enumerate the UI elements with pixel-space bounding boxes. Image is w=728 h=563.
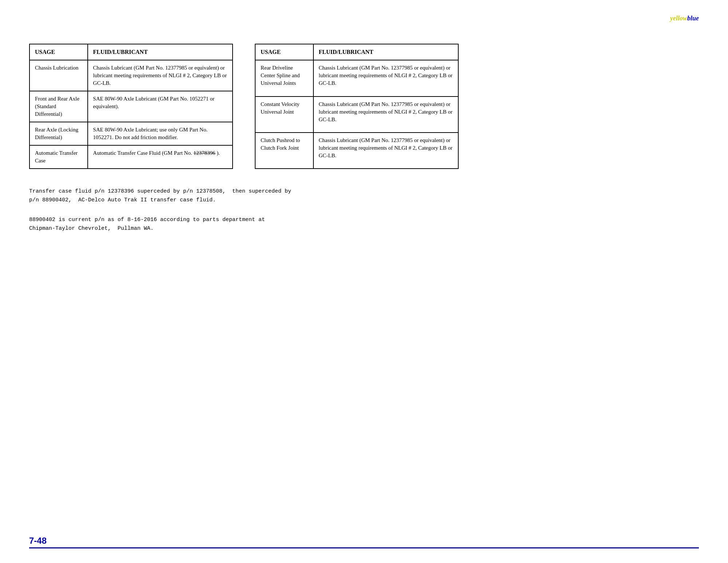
right-usage-0: Rear Driveline Center Spline and Univers… (255, 60, 313, 96)
table-row: Front and Rear Axle (Standard Differenti… (29, 91, 233, 122)
right-fluid-2: Chassis Lubricant (GM Part No. 12377985 … (313, 133, 459, 169)
left-table-header-usage: USAGE (29, 44, 88, 60)
right-table: USAGE FLUID/LUBRICANT Rear Driveline Cen… (255, 44, 459, 169)
yellow-label: yellow (670, 15, 687, 22)
table-row: Rear Axle (Locking Differential) SAE 80W… (29, 122, 233, 145)
table-row: Rear Driveline Center Spline and Univers… (255, 60, 458, 96)
table-row: Chassis Lubrication Chassis Lubricant (G… (29, 60, 233, 91)
fluid-text-strike: 12378396 (193, 150, 215, 156)
notes-section: Transfer case fluid p/n 12378396 superce… (29, 187, 699, 233)
page-number: 7-48 (29, 536, 699, 546)
left-table: USAGE FLUID/LUBRICANT Chassis Lubricatio… (29, 44, 233, 169)
left-usage-2: Rear Axle (Locking Differential) (29, 122, 88, 145)
table-row: Automatic Transfer Case Automatic Transf… (29, 145, 233, 169)
page-container: yellowblue USAGE FLUID/LUBRICANT Chassis… (0, 0, 728, 563)
bottom-line (29, 547, 699, 548)
table-row: Constant Velocity Universal Joint Chassi… (255, 97, 458, 133)
right-fluid-1: Chassis Lubricant (GM Part No. 12377985 … (313, 97, 459, 133)
right-fluid-0: Chassis Lubricant (GM Part No. 12377985 … (313, 60, 459, 96)
note-2-text: 88900402 is current p/n as of 8-16-2016 … (29, 216, 699, 233)
note-2: 88900402 is current p/n as of 8-16-2016 … (29, 216, 699, 233)
left-fluid-0: Chassis Lubricant (GM Part No. 12377985 … (88, 60, 233, 91)
fluid-text-after: ). (217, 150, 220, 156)
left-fluid-2: SAE 80W-90 Axle Lubricant; use only GM P… (88, 122, 233, 145)
tables-section: USAGE FLUID/LUBRICANT Chassis Lubricatio… (29, 44, 699, 169)
table-row: Clutch Pushrod to Clutch Fork Joint Chas… (255, 133, 458, 169)
left-usage-0: Chassis Lubrication (29, 60, 88, 91)
right-usage-1: Constant Velocity Universal Joint (255, 97, 313, 133)
left-usage-1: Front and Rear Axle (Standard Differenti… (29, 91, 88, 122)
left-fluid-3: Automatic Transfer Case Fluid (GM Part N… (88, 145, 233, 169)
right-table-header-fluid: FLUID/LUBRICANT (313, 44, 459, 60)
left-fluid-1: SAE 80W-90 Axle Lubricant (GM Part No. 1… (88, 91, 233, 122)
fluid-text-before: Automatic Transfer Case Fluid (GM Part N… (93, 150, 192, 156)
blue-label: blue (687, 15, 699, 22)
right-table-header-usage: USAGE (255, 44, 313, 60)
right-usage-2: Clutch Pushrod to Clutch Fork Joint (255, 133, 313, 169)
note-1-text: Transfer case fluid p/n 12378396 superce… (29, 187, 699, 205)
top-right-label: yellowblue (670, 15, 699, 22)
left-usage-3: Automatic Transfer Case (29, 145, 88, 169)
note-1: Transfer case fluid p/n 12378396 superce… (29, 187, 699, 205)
left-table-header-fluid: FLUID/LUBRICANT (88, 44, 233, 60)
bottom-section: 7-48 (29, 536, 699, 548)
